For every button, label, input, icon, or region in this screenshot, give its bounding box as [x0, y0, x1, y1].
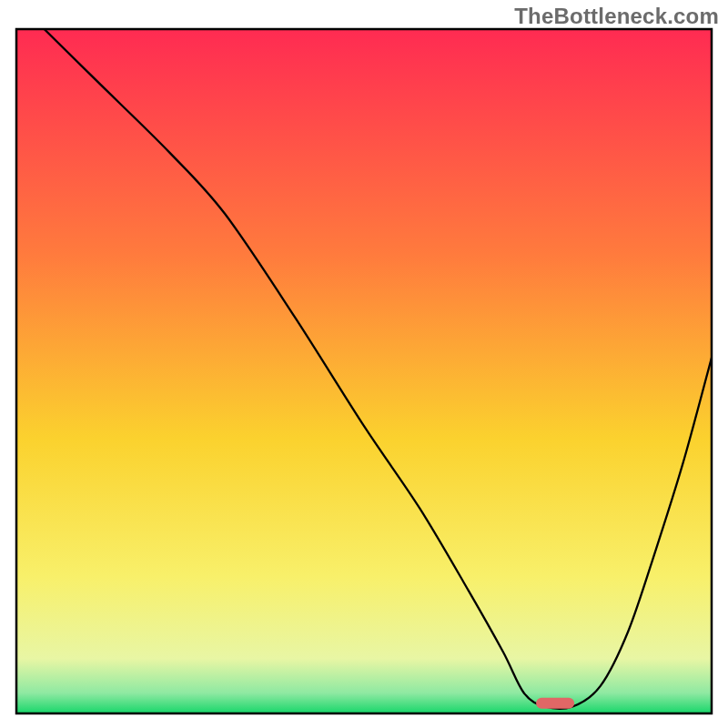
watermark-text: TheBottleneck.com: [514, 4, 719, 29]
marker-group: [536, 698, 574, 709]
gradient-background: [16, 29, 712, 713]
bottleneck-chart: TheBottleneck.com: [0, 0, 728, 728]
chart-canvas: [0, 0, 728, 728]
optimal-range-marker: [536, 698, 574, 709]
